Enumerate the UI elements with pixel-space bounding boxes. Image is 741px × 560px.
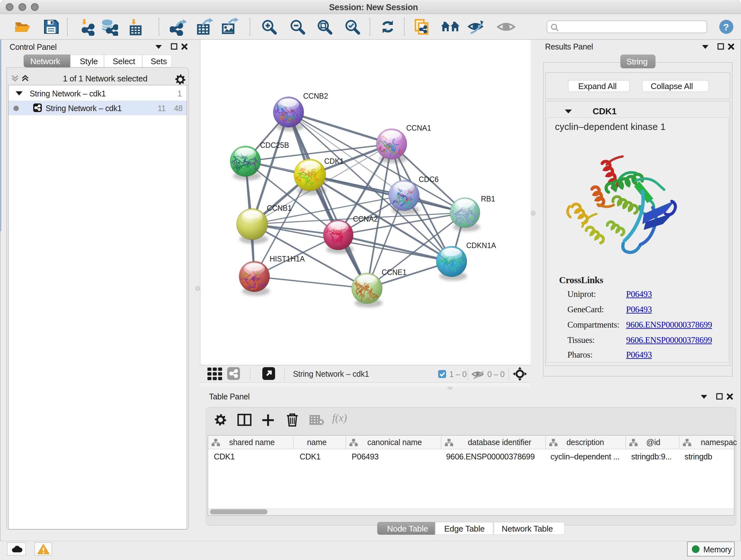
svg-text:RB1: RB1 <box>481 195 495 203</box>
svg-text:CDKN1A: CDKN1A <box>466 241 496 250</box>
svg-text:CDC25B: CDC25B <box>260 141 289 149</box>
svg-text:CDC6: CDC6 <box>419 175 439 184</box>
svg-text:HIST1H1A: HIST1H1A <box>270 255 305 263</box>
svg-text:CCNB2: CCNB2 <box>303 92 328 100</box>
svg-text:CCNA1: CCNA1 <box>406 124 431 132</box>
svg-text:CCNB1: CCNB1 <box>267 204 292 212</box>
svg-text:CDK1: CDK1 <box>324 157 344 165</box>
svg-text:CCNA2: CCNA2 <box>353 215 378 223</box>
svg-text:CCNE1: CCNE1 <box>382 268 407 276</box>
